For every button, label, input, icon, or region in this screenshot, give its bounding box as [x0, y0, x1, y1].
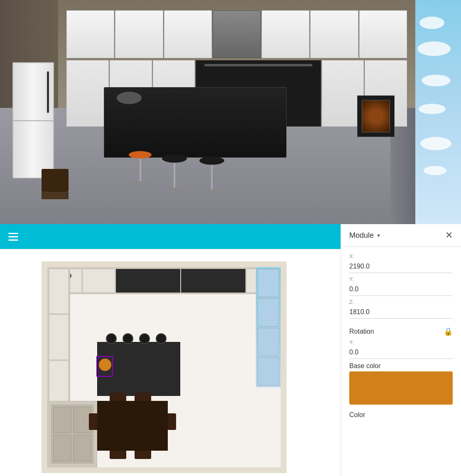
base-color-section: Base color [349, 362, 453, 405]
refrigerator [12, 62, 54, 178]
island-stool [156, 333, 167, 344]
cabinet [359, 10, 407, 58]
island-stool [123, 333, 133, 344]
chair-seat [42, 192, 69, 199]
z-label: Z: [349, 299, 453, 305]
top-3d-view [0, 0, 461, 224]
window-panel [257, 328, 279, 356]
cabinet [164, 10, 212, 58]
cloud [420, 137, 451, 150]
window-panels [256, 267, 281, 387]
chair-left [89, 413, 97, 430]
stool-black-1 [162, 154, 187, 191]
cabinet-cell [73, 435, 91, 461]
cabinet [310, 10, 358, 58]
stool-leg [174, 163, 175, 188]
close-button[interactable]: ✕ [445, 231, 453, 240]
fridge-divider [13, 120, 53, 121]
kitchen-3d-render [0, 0, 461, 224]
cabinet-grid [51, 405, 93, 464]
window-panel [257, 357, 279, 386]
rotation-y-field-group: Y: [349, 339, 453, 359]
bottom-left [0, 224, 341, 476]
stool-base [131, 181, 150, 185]
chair-top [110, 393, 126, 401]
room-walls [42, 261, 287, 473]
bottom-section: Module ▾ ✕ X: Y: Z: Rotation [0, 224, 461, 476]
chair-right [168, 413, 176, 430]
lock-icon[interactable]: 🔒 [444, 327, 453, 336]
left-toolbar [0, 224, 341, 249]
rotation-y-input[interactable] [349, 346, 453, 359]
panel-content: X: Y: Z: Rotation 🔒 Y: [341, 247, 461, 476]
hamburger-menu[interactable] [8, 233, 18, 241]
panel-title: Module [349, 231, 374, 240]
chair-bottom [135, 451, 151, 459]
panel-header: Module ▾ ✕ [341, 224, 461, 247]
upper-cabinets [66, 10, 407, 58]
cabinet-left [49, 315, 69, 359]
x-field-group: X: [349, 254, 453, 273]
lower-cabinet [66, 60, 109, 127]
2d-top-view[interactable] [0, 249, 341, 476]
hamburger-line [8, 236, 18, 237]
stool-top-black [162, 154, 187, 163]
counter-dark [116, 269, 180, 293]
cabinet [115, 10, 163, 58]
x-label: X: [349, 254, 453, 259]
cooktop-burner [117, 92, 142, 104]
cabinet [66, 10, 114, 58]
cabinet-2d [83, 269, 115, 293]
y-field-group: Y: [349, 276, 453, 296]
right-panel: Module ▾ ✕ X: Y: Z: Rotation [341, 224, 461, 476]
panel-dropdown-arrow[interactable]: ▾ [377, 232, 380, 239]
counter-dark2 [181, 269, 245, 293]
cabinet [262, 10, 309, 58]
stool-top-black2 [199, 156, 224, 165]
z-field-group: Z: [349, 299, 453, 319]
window-panel [257, 298, 279, 327]
sky-right [415, 0, 461, 224]
window-panel [257, 269, 279, 297]
cloud [422, 75, 451, 86]
y-label: Y: [349, 276, 453, 282]
chair-bottom [110, 451, 126, 459]
hamburger-line [8, 233, 18, 234]
sink [204, 64, 312, 66]
oven-window [362, 100, 390, 132]
stool-leg [211, 165, 213, 190]
back-wall-cabinets [47, 267, 281, 294]
stool-top-orange [129, 151, 152, 159]
room-container [42, 261, 287, 473]
rotation-section-header: Rotation 🔒 [349, 327, 453, 336]
dining-table-2d [97, 401, 168, 451]
color-title: Color [349, 411, 365, 418]
stool-leg [140, 159, 141, 181]
panel-title-area: Module ▾ [349, 231, 380, 240]
stool-base [201, 190, 222, 193]
left-wall-cabinets [47, 267, 70, 407]
x-input[interactable] [349, 260, 453, 273]
cloud [419, 17, 444, 29]
cloud [424, 166, 446, 175]
base-color-swatch[interactable] [349, 371, 453, 405]
cabinet-cell [53, 407, 71, 433]
island-stool [139, 333, 150, 344]
oven [357, 95, 395, 137]
cabinet-left [49, 361, 69, 405]
z-input[interactable] [349, 306, 453, 319]
cabinet-left [49, 269, 69, 314]
chair-top [135, 393, 151, 401]
stool-orange [129, 151, 152, 185]
cloud [419, 104, 446, 114]
kitchen-island [104, 87, 287, 158]
island-stool [106, 333, 117, 344]
bottom-left-cabinet [47, 401, 97, 467]
base-color-title: Base color [349, 362, 381, 369]
y-input[interactable] [349, 283, 453, 296]
rotation-y-label: Y: [349, 339, 453, 345]
orange-stool-top [99, 359, 111, 371]
stool-black-2 [199, 156, 224, 193]
selected-stool-item[interactable] [96, 356, 113, 377]
chair-left [42, 169, 69, 199]
